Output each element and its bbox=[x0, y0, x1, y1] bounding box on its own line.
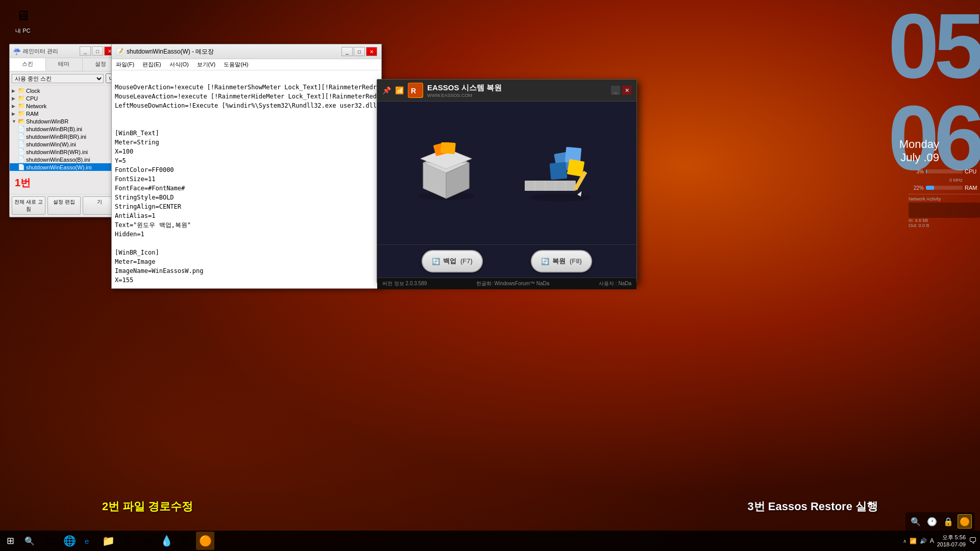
tray-eassos-icon[interactable]: 🟠 bbox=[958, 514, 972, 529]
rainmeter-maximize-btn[interactable]: □ bbox=[92, 46, 103, 56]
tab-theme[interactable]: 테마 bbox=[46, 58, 82, 71]
btn-refresh-all[interactable]: 전체 새로 고침 bbox=[12, 196, 45, 215]
ram-bar-bg bbox=[926, 186, 963, 190]
notepad-maximize-btn[interactable]: □ bbox=[354, 47, 365, 56]
taskbar-date-display: 2018-07-09 bbox=[937, 541, 966, 548]
lang-tray: A bbox=[930, 537, 934, 544]
taskbar-expand-arrow[interactable]: ∧ bbox=[903, 538, 906, 544]
tree-file-br[interactable]: 📄 shutdownWinBR(BR).ini bbox=[10, 133, 118, 140]
taskbar-time-date[interactable]: 오후 5:56 2018-07-09 bbox=[937, 534, 966, 548]
svg-rect-8 bbox=[440, 142, 456, 154]
restore-icon: 🔄 bbox=[541, 258, 549, 265]
eassos-minimize-btn[interactable]: _ bbox=[611, 86, 620, 95]
eassos-wifi-icon: 📶 bbox=[395, 86, 404, 94]
notification-btn[interactable]: 🗨 bbox=[969, 536, 977, 545]
start-button[interactable]: ⊞ bbox=[0, 531, 20, 551]
cpu-bar-bg bbox=[926, 169, 963, 173]
svg-text:R: R bbox=[411, 87, 416, 95]
cpu-bar bbox=[926, 169, 927, 173]
ram-bar bbox=[926, 186, 934, 190]
restore-box-image bbox=[520, 142, 601, 204]
tab-skin[interactable]: 스킨 bbox=[10, 58, 46, 71]
menu-help[interactable]: 도움말(H) bbox=[219, 59, 252, 70]
notepad-window: 📝 shutdownWinEasso(W) - 메모장 _ □ ✕ 파일(F) … bbox=[111, 44, 382, 289]
backup-button[interactable]: 🔄 백업 (F7) bbox=[422, 250, 483, 272]
clock-date: Monday July .09 bbox=[899, 138, 939, 164]
eassos-close-btn[interactable]: ✕ bbox=[622, 86, 631, 95]
restore-section bbox=[520, 142, 601, 204]
tree-network[interactable]: ▶ 📁 Network bbox=[10, 102, 118, 110]
annotation-1-label: 1번 bbox=[10, 172, 118, 194]
backup-box-image bbox=[413, 142, 479, 204]
skin-dropdown[interactable]: 사용 중인 스킨 bbox=[12, 74, 104, 83]
network-out: Out: 0.0 B bbox=[909, 223, 980, 228]
tree-file-w[interactable]: 📄 shutdownWin(W).ini bbox=[10, 140, 118, 148]
annotation-2: 2번 파일 경로수정 bbox=[102, 499, 193, 514]
taskbar-app-shield[interactable]: ⚔ bbox=[118, 532, 137, 550]
eassos-main-content bbox=[377, 102, 636, 244]
ram-label: RAM bbox=[965, 185, 980, 191]
menu-format[interactable]: 서식(O) bbox=[165, 59, 193, 70]
notepad-icon: 📝 bbox=[116, 48, 124, 55]
skin-tree: ▶ 📁 Clock ▶ 📁 CPU ▶ 📁 Network ▶ 📁 RAM ▼ … bbox=[10, 86, 118, 172]
taskbar-apps: 🗂 🌐 e 📁 ⚔ ✉ 💧 🗓 🟠 bbox=[41, 532, 214, 550]
eassos-pin-icon: 📌 bbox=[382, 86, 391, 94]
eassos-titlebar: 📌 📶 R EASSOS 시스템 복원 WWW.EASSOS.COM _ ✕ bbox=[377, 80, 636, 102]
taskbar-app-calendar[interactable]: 🗓 bbox=[177, 532, 195, 550]
menu-file[interactable]: 파일(F) bbox=[112, 59, 138, 70]
eassos-title-area: EASSOS 시스템 복원 WWW.EASSOS.COM bbox=[427, 83, 502, 98]
rainmeter-title: 레인미터 관리 bbox=[23, 47, 58, 55]
tree-ram[interactable]: ▶ 📁 RAM bbox=[10, 110, 118, 117]
taskbar-app-eassos[interactable]: 🟠 bbox=[196, 532, 214, 550]
ram-percent: 22% bbox=[909, 185, 924, 191]
taskbar-app-drop[interactable]: 💧 bbox=[157, 532, 176, 550]
backup-section bbox=[413, 142, 479, 204]
rainmeter-tabs: 스킨 테마 설정 bbox=[10, 58, 118, 71]
svg-text:e: e bbox=[85, 537, 89, 545]
restore-button[interactable]: 🔄 복원 (F8) bbox=[531, 250, 592, 272]
notepad-minimize-btn[interactable]: _ bbox=[341, 47, 353, 56]
rainmeter-minimize-btn[interactable]: _ bbox=[80, 46, 91, 56]
backup-icon: 🔄 bbox=[432, 258, 440, 265]
network-in: In: 4.6 kB bbox=[909, 218, 980, 223]
tray-search-icon[interactable]: 🔍 bbox=[909, 514, 923, 529]
restore-label: 복원 (F8) bbox=[552, 257, 581, 266]
taskbar-app-explorer[interactable]: 📁 bbox=[99, 532, 117, 550]
rainmeter-panel: ☔ 레인미터 관리 _ □ ✕ 스킨 테마 설정 사용 중인 스킨 ↺ ▶ 📁 … bbox=[9, 44, 119, 217]
notepad-close-btn[interactable]: ✕ bbox=[366, 47, 377, 56]
taskbar-right-area: ∧ 📶 🔊 A 오후 5:56 2018-07-09 🗨 bbox=[903, 534, 980, 548]
taskbar-search-btn[interactable]: 🔍 bbox=[20, 532, 39, 550]
menu-view[interactable]: 보기(V) bbox=[193, 59, 220, 70]
tree-file-ew-selected[interactable]: 📄 shutdownWinEasso(W).ini bbox=[10, 163, 118, 171]
rainmeter-titlebar: ☔ 레인미터 관리 _ □ ✕ bbox=[10, 44, 118, 58]
taskbar-app-mail[interactable]: ✉ bbox=[138, 532, 156, 550]
tree-file-eb[interactable]: 📄 shutdownWinEasso(B).ini bbox=[10, 156, 118, 163]
svg-rect-14 bbox=[525, 181, 576, 191]
eassos-logo: R bbox=[408, 83, 423, 98]
taskbar-app-taskview[interactable]: 🗂 bbox=[41, 532, 59, 550]
notepad-menubar: 파일(F) 편집(E) 서식(O) 보기(V) 도움말(H) bbox=[112, 59, 381, 70]
backup-label: 백업 (F7) bbox=[443, 257, 472, 266]
cpu-mhz: 0 MHz bbox=[909, 178, 980, 183]
footer-user: 사용자 : NaDa bbox=[599, 280, 631, 287]
menu-edit[interactable]: 편집(E) bbox=[138, 59, 165, 70]
tree-shutdownwinbr[interactable]: ▼ 📂 ShutdownWinBR bbox=[10, 117, 118, 125]
tray-lock-icon[interactable]: 🔒 bbox=[941, 514, 955, 529]
cpu-label: CPU bbox=[965, 168, 980, 174]
tree-file-wr[interactable]: 📄 shutdownWinBR(WR).ini bbox=[10, 148, 118, 156]
eassos-title-text: EASSOS 시스템 복원 bbox=[427, 83, 502, 93]
taskbar-app-edge[interactable]: e bbox=[80, 532, 98, 550]
tree-file-bb[interactable]: 📄 shutdownWinBR(B).ini bbox=[10, 125, 118, 133]
btn-edit-settings[interactable]: 설정 편집 bbox=[47, 196, 81, 215]
eassos-subtitle: WWW.EASSOS.COM bbox=[427, 93, 502, 98]
notepad-line-1: MouseOverAction=!execute [!RainmeterShow… bbox=[115, 84, 381, 109]
taskbar: ⊞ 🔍 🗂 🌐 e 📁 ⚔ ✉ 💧 🗓 🟠 ∧ 📶 🔊 A 오후 5:56 20… bbox=[0, 531, 980, 551]
tray-clock-icon[interactable]: 🕐 bbox=[925, 514, 939, 529]
tree-cpu[interactable]: ▶ 📁 CPU bbox=[10, 94, 118, 102]
desktop-icon-mypc[interactable]: 🖥 내 PC bbox=[5, 5, 41, 35]
svg-point-9 bbox=[530, 193, 591, 202]
taskbar-app-chrome[interactable]: 🌐 bbox=[60, 532, 79, 550]
footer-locale: 한글화: WindowsForum™ NaDa bbox=[476, 280, 549, 287]
tree-clock[interactable]: ▶ 📁 Clock bbox=[10, 87, 118, 94]
notepad-content-area[interactable]: MouseOverAction=!execute [!RainmeterShow… bbox=[112, 70, 381, 284]
